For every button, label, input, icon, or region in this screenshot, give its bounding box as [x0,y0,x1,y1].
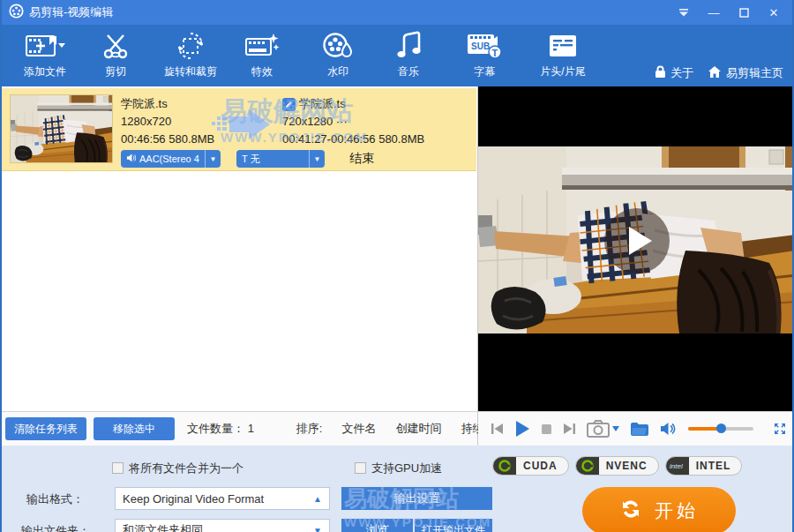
player-control-bar [478,411,794,446]
scissors-icon [101,30,131,62]
lock-icon [655,65,666,81]
about-label: 关于 [670,65,693,81]
output-format-select[interactable]: Keep Original Video Format ▲ [115,487,330,510]
open-snapshot-folder-button[interactable] [630,418,649,439]
play-overlay-button[interactable] [604,208,670,273]
toolbar-add-files[interactable]: 添加文件 [9,30,81,81]
output-settings-panel: 将所有文件合并为一个 支持GPU加速 CUDA NVENC intel INTE… [2,446,792,532]
close-button[interactable]: ✕ [760,2,787,23]
merge-files-checkbox[interactable] [112,462,124,474]
cuda-badge: CUDA [492,456,569,476]
toolbar-rotate-crop[interactable]: 旋转和裁剪 [152,30,229,81]
convert-arrow-icon [210,108,273,146]
homepage-label: 易剪辑主页 [726,65,783,81]
intro-outro-slide-icon [547,30,579,62]
merge-files-label: 将所有文件合并为一个 [129,461,243,475]
file-list-panel: 学院派.ts 1280x720 00:46:56 580.8MB 学院派.ts … [2,86,478,411]
maximize-button[interactable] [730,2,757,23]
output-folder-value: 和源文件夹相同 [123,522,203,532]
output-filename: 学院派.ts [299,95,346,113]
audio-track-value: AAC(Stereo 4 [139,154,199,164]
video-frame-art [11,95,112,162]
snapshot-button[interactable] [587,418,619,439]
toolbar-cut[interactable]: 剪切 [90,30,141,81]
edit-filename-icon[interactable] [282,98,296,111]
toolbar-music[interactable]: 音乐 [383,30,434,81]
toolbar-intro-outro[interactable]: 片头/片尾 [529,30,596,81]
output-format-label: 输出格式： [26,491,84,507]
volume-thumb[interactable] [716,423,726,433]
toolbar-subtitles[interactable]: SUBT 字幕 [459,30,510,81]
toolbar-watermark-label: 水印 [327,64,348,81]
source-resolution: 1280x720 [121,113,214,131]
subtitle-dropdown[interactable]: T 无 ▼ [236,150,325,168]
subtitle-dropdown-caret-icon[interactable]: ▼ [309,150,325,168]
end-label: 结束 [349,151,374,167]
intel-logo-icon: intel [666,456,689,476]
start-sync-icon [619,498,642,525]
nvidia-logo-icon [576,456,599,476]
source-duration-size: 00:46:56 580.8MB [121,131,214,148]
svg-text:T: T [492,48,498,58]
about-link[interactable]: 关于 [655,65,693,81]
gpu-accel-checkbox-row[interactable]: 支持GPU加速 [355,461,442,476]
gpu-accel-checkbox[interactable] [355,462,366,474]
source-filename: 学院派.ts [121,95,214,113]
gpu-accel-label: 支持GPU加速 [371,461,442,475]
mute-button[interactable] [660,418,676,439]
browse-button[interactable]: 浏览 [341,519,413,532]
snapshot-caret-icon [612,426,619,431]
sort-label: 排序: [296,421,323,437]
remove-selected-button[interactable]: 移除选中 [94,417,175,440]
play-button[interactable] [514,418,530,439]
cuda-label: CUDA [516,460,568,472]
volume-slider[interactable] [688,427,753,431]
nvenc-label: NVENC [599,460,658,472]
nvidia-logo-icon [493,456,516,476]
output-resolution[interactable]: 720x1280 ··· [282,113,424,131]
fullscreen-button[interactable] [773,418,787,439]
sort-by-created-time[interactable]: 创建时间 [395,421,441,437]
toolbar-add-files-label: 添加文件 [24,64,66,81]
svg-text:SUB: SUB [471,41,490,51]
minimize-button[interactable]: — [700,2,727,23]
volume-track[interactable] [688,427,753,431]
home-icon [708,65,722,81]
output-folder-select[interactable]: 和源文件夹相同 ▼ [115,519,330,532]
subtitle-sub-t-icon: SUBT [466,30,503,62]
toolbar-effects[interactable]: 特效 [236,30,288,81]
app-logo-reel-icon [9,4,24,22]
stop-button[interactable] [541,418,552,439]
previous-frame-button[interactable] [491,418,504,439]
svg-text:intel: intel [670,462,683,470]
intel-label: INTEL [689,460,742,472]
toolbar-watermark[interactable]: 水印 [312,30,363,81]
video-thumbnail[interactable] [10,94,113,163]
audio-dropdown-caret-icon[interactable]: ▼ [205,150,221,168]
audio-track-dropdown[interactable]: AAC(Stereo 4 ▼ [121,150,221,168]
titlebar: 易剪辑-视频编辑 — ✕ [2,0,792,25]
file-row-selected[interactable]: 学院派.ts 1280x720 00:46:56 580.8MB 学院派.ts … [2,88,476,171]
menu-caret-button[interactable] [670,2,697,23]
subtitle-value: T 无 [236,153,309,166]
add-file-filmstrip-plus-icon [25,30,65,62]
toolbar-subtitles-label: 字幕 [474,64,495,81]
speaker-icon [126,154,136,164]
merge-files-checkbox-row[interactable]: 将所有文件合并为一个 [112,461,243,476]
start-button[interactable]: 开始 [582,487,736,532]
video-preview[interactable] [478,86,794,411]
clear-task-list-button[interactable]: 清除任务列表 [5,417,86,440]
next-frame-button[interactable] [563,418,576,439]
format-caret-up-icon: ▲ [313,494,322,504]
output-settings-button[interactable]: 输出设置 [341,487,492,510]
toolbar-music-label: 音乐 [398,64,419,81]
open-output-folder-button[interactable]: 打开输出文件 [415,519,492,532]
sort-by-filename[interactable]: 文件名 [341,421,376,437]
file-count-value: 1 [248,422,254,435]
toolbar: 添加文件 剪切 旋转和裁剪 特效 水印 音乐 SUBT 字幕 [2,25,792,86]
homepage-link[interactable]: 易剪辑主页 [708,65,783,81]
filmstrip-star-icon [244,30,280,62]
toolbar-rotate-crop-label: 旋转和裁剪 [164,64,217,81]
list-control-bar: 清除任务列表 移除选中 文件数量： 1 排序: 文件名 创建时间 持续时间 [2,411,478,446]
toolbar-intro-outro-label: 片头/片尾 [540,64,585,81]
